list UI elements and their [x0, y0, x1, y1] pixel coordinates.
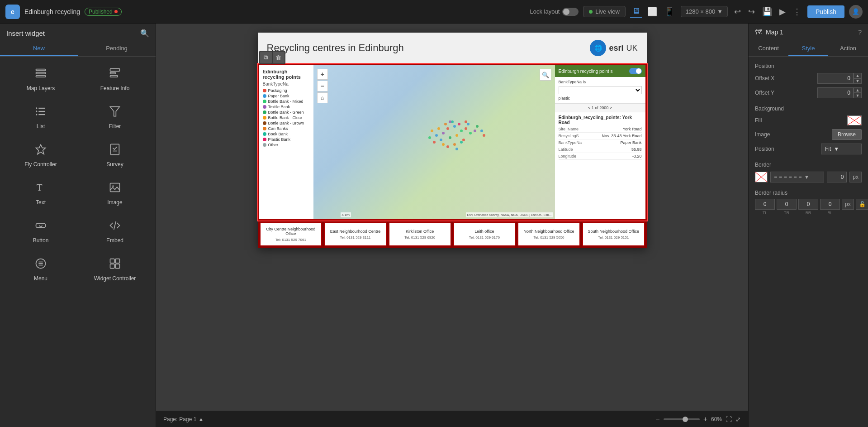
offset-y-input[interactable] — [817, 87, 854, 98]
widget-item-list[interactable]: List — [4, 98, 78, 136]
info-panel: Edinburgh recycling point s BankTypeNa i… — [555, 65, 645, 219]
offset-x-decrement[interactable]: ▼ — [854, 78, 862, 84]
br-bl-input[interactable] — [820, 199, 840, 210]
widget-item-fly-controller[interactable]: Fly Controller — [4, 136, 78, 174]
legend-dot — [263, 132, 266, 136]
br-inputs-grid: TL TR BR BL — [755, 199, 840, 215]
br-lock-button[interactable]: 🔓 — [856, 199, 868, 210]
legend-dot — [263, 143, 266, 147]
widget-item-widget-controller[interactable]: Widget Controller — [78, 250, 152, 288]
feature-nav[interactable]: < 1 of 2000 > — [555, 103, 645, 112]
offset-x-increment[interactable]: ▲ — [854, 73, 862, 78]
tab-pending[interactable]: Pending — [78, 41, 156, 56]
preview-button[interactable]: ▶ — [778, 5, 787, 19]
widget-item-button[interactable]: Button — [4, 212, 78, 250]
fullscreen-button[interactable]: ⤢ — [735, 416, 741, 423]
zoom-out-canvas-button[interactable]: − — [655, 415, 659, 423]
widget-label-widget-controller: Widget Controller — [94, 275, 136, 282]
story-canvas[interactable]: Recycling centres in Edinburgh 🌐 esri UK… — [258, 33, 647, 248]
widget-item-survey[interactable]: Survey — [78, 136, 152, 174]
more-options-button[interactable]: ⋮ — [791, 5, 803, 19]
br-tr-input[interactable] — [777, 199, 797, 210]
map-layers-icon — [34, 67, 47, 82]
zoom-in-canvas-button[interactable]: + — [703, 415, 707, 423]
svg-rect-24 — [110, 259, 114, 263]
undo-button[interactable]: ↩ — [732, 5, 743, 19]
widget-item-feature-info[interactable]: Feature Info — [78, 60, 152, 98]
widget-label-fly-controller: Fly Controller — [24, 161, 57, 168]
search-icon[interactable]: 🔍 — [540, 69, 551, 81]
border-radius-section: Border radius TL TR BR — [755, 190, 862, 215]
office-card[interactable]: Leith officeTel: 0131 529 6170 — [453, 222, 516, 246]
widget-label-list: List — [37, 123, 45, 130]
map-toolbar-delete[interactable]: 🗑 — [273, 52, 285, 63]
widget-item-embed[interactable]: Embed — [78, 212, 152, 250]
widget-item-text[interactable]: T Text — [4, 174, 78, 212]
lock-layout-toggle[interactable]: Lock layout — [530, 8, 579, 16]
map-search[interactable]: 🔍 — [540, 69, 551, 81]
fit-canvas-button[interactable]: ⛶ — [726, 416, 732, 423]
map-section[interactable]: ⧉ 🗑 Edinburgh recycling points BankTypeN… — [258, 64, 647, 221]
fill-color-swatch[interactable] — [847, 115, 862, 125]
save-button[interactable]: 💾 — [760, 5, 774, 19]
offset-y-decrement[interactable]: ▼ — [854, 93, 862, 98]
image-row: Image Browse — [755, 129, 862, 140]
filter-value: plastic — [559, 96, 642, 101]
office-card[interactable]: Kirkliston OfficeTel: 0131 529 6920 — [389, 222, 451, 246]
zoom-slider[interactable] — [664, 418, 700, 420]
svg-point-10 — [36, 110, 38, 112]
resolution-selector[interactable]: 1280 × 800 ▼ — [681, 6, 728, 17]
tab-style[interactable]: Style — [788, 41, 828, 56]
map-container: Edinburgh recycling points BankTypeNa Pa… — [259, 65, 645, 219]
br-tl-input[interactable] — [755, 199, 775, 210]
offset-x-input[interactable] — [817, 73, 854, 84]
office-card[interactable]: City Centre Neighbourhood OfficeTel: 013… — [260, 222, 323, 246]
widget-item-image[interactable]: Image — [78, 174, 152, 212]
border-color-swatch[interactable] — [755, 172, 768, 182]
filter-select[interactable] — [559, 86, 642, 94]
tab-content[interactable]: Content — [749, 41, 788, 56]
zoom-out-button[interactable]: − — [317, 81, 328, 91]
sidebar-search-button[interactable]: 🔍 — [140, 29, 149, 38]
widget-item-filter[interactable]: Filter — [78, 98, 152, 136]
tab-new[interactable]: New — [0, 41, 78, 56]
office-card[interactable]: East Neighbourhood CentreTel: 0131 529 3… — [324, 222, 387, 246]
home-button[interactable]: ⌂ — [317, 92, 328, 103]
layer-toggle[interactable] — [629, 68, 642, 74]
lock-toggle-switch[interactable] — [562, 8, 579, 16]
legend-item: Bottle Bank - Brown — [263, 121, 310, 125]
feature-row: Latitude55.98 — [559, 147, 642, 153]
live-view-button[interactable]: Live view — [583, 6, 625, 17]
position-select[interactable]: Fit ▼ — [821, 144, 862, 154]
svg-point-11 — [36, 114, 38, 115]
map-toolbar-copy[interactable]: ⧉ — [260, 52, 272, 63]
user-avatar[interactable]: 👤 — [849, 5, 863, 19]
tablet-icon[interactable]: ⬜ — [645, 6, 659, 18]
widget-item-menu[interactable]: Menu — [4, 250, 78, 288]
zoom-in-button[interactable]: + — [317, 69, 328, 80]
border-section: Border ▼ px — [755, 162, 862, 182]
tab-action[interactable]: Action — [828, 41, 868, 56]
legend-item: Bottle Bank - Mixed — [263, 99, 310, 104]
map-background — [313, 65, 555, 219]
map-view[interactable]: + − ⌂ 🔍 4 km Esri, Ordnance S — [313, 65, 555, 219]
offset-y-increment[interactable]: ▲ — [854, 87, 862, 93]
br-br-input[interactable] — [798, 199, 818, 210]
browse-button[interactable]: Browse — [832, 129, 862, 140]
redo-button[interactable]: ↪ — [746, 5, 757, 19]
desktop-icon[interactable]: 🖥 — [630, 5, 642, 18]
border-style-select[interactable]: ▼ — [770, 172, 824, 182]
widget-label-feature-info: Feature Info — [100, 85, 130, 91]
svg-text:T: T — [37, 182, 43, 193]
legend-dot — [263, 116, 266, 120]
canvas-wrapper[interactable]: Recycling centres in Edinburgh 🌐 esri UK… — [156, 24, 748, 411]
publish-button[interactable]: Publish — [807, 5, 844, 18]
office-card[interactable]: North Neighbourhood OfficeTel: 0131 529 … — [517, 222, 580, 246]
border-width-input[interactable] — [827, 172, 847, 182]
br-tl-label: TL — [763, 211, 768, 215]
mobile-icon[interactable]: 📱 — [663, 6, 676, 18]
help-button[interactable]: ? — [858, 29, 862, 36]
office-card[interactable]: South Neighbourhood OfficeTel: 0131 529 … — [582, 222, 645, 246]
map-panel-icon: 🗺 — [755, 28, 762, 36]
widget-item-map-layers[interactable]: Map Layers — [4, 60, 78, 98]
